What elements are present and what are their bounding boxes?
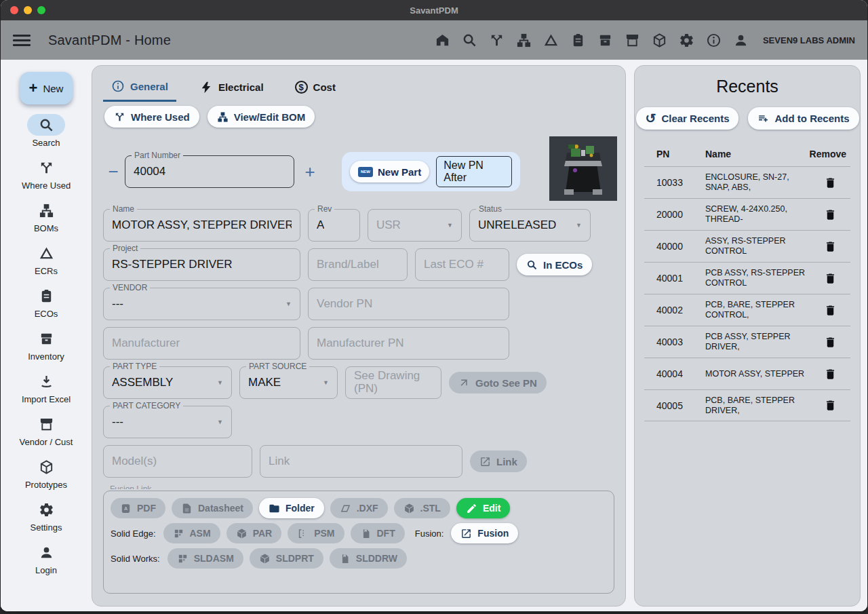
usr-select[interactable]: USR ▼ [368, 209, 462, 242]
tab-cost[interactable]: $ Cost [287, 74, 344, 102]
trash-icon[interactable] [824, 336, 846, 349]
sidebar-item-boms[interactable]: BOMs [27, 199, 65, 233]
part-number-field[interactable]: Part Number 40004 [125, 155, 294, 188]
brand-label-field[interactable]: Brand/Label [308, 248, 408, 281]
eco-clipboard-icon[interactable] [570, 33, 586, 48]
add-to-recents-button[interactable]: Add to Recents [748, 107, 859, 130]
in-ecos-button[interactable]: In ECOs [517, 254, 592, 275]
sidebar-item-where-used[interactable]: Where Used [22, 157, 71, 191]
goto-see-pn-button[interactable]: Goto See PN [449, 372, 547, 394]
trash-icon[interactable] [824, 368, 846, 381]
folder-button[interactable]: Folder [259, 498, 324, 518]
new-part-button[interactable]: NEW New Part [350, 161, 429, 183]
bom-tree-icon[interactable] [516, 33, 532, 48]
decrement-pn-button[interactable]: − [103, 161, 123, 183]
part-thumbnail[interactable] [549, 136, 617, 201]
psm-button[interactable]: PSM [288, 523, 344, 543]
trash-icon[interactable] [824, 208, 846, 221]
part-category-select[interactable]: PART CATEGORY --- ▼ [103, 406, 232, 438]
sidebar-item-login[interactable]: Login [27, 541, 65, 575]
manufacturer-pn-field[interactable]: Manufacturer PN [308, 327, 509, 360]
new-button[interactable]: + New [20, 72, 73, 104]
status-select[interactable]: Status UNRELEASED ▼ [469, 209, 591, 242]
home-icon[interactable] [435, 33, 450, 48]
user-icon[interactable] [733, 33, 749, 48]
dft-button[interactable]: DFT [351, 523, 405, 543]
par-button[interactable]: PAR [226, 523, 282, 543]
recents-row[interactable]: 20000 SCREW, 4-24X0.250, THREAD- [644, 198, 850, 230]
prototype-cube-icon[interactable] [652, 33, 667, 48]
edit-button[interactable]: Edit [456, 498, 510, 518]
part-source-select[interactable]: PART SOURCE MAKE ▼ [239, 366, 338, 399]
trash-icon[interactable] [824, 272, 846, 285]
where-used-button[interactable]: Where Used [104, 106, 199, 128]
external-link-icon [479, 456, 491, 467]
vendor-storefront-icon[interactable] [625, 33, 640, 48]
search-icon[interactable] [462, 33, 477, 48]
dxf-plane-icon [340, 503, 351, 514]
trash-icon[interactable] [824, 399, 846, 412]
new-pn-after-button[interactable]: New PN After [436, 156, 512, 187]
open-link-button[interactable]: Link [470, 450, 527, 472]
pencil-icon [466, 503, 477, 514]
pdf-button[interactable]: A PDF [111, 498, 165, 518]
inventory-icon[interactable] [597, 33, 613, 48]
view-edit-bom-button[interactable]: View/Edit BOM [208, 106, 315, 128]
where-used-icon [114, 111, 125, 123]
last-eco-field[interactable]: Last ECO # [415, 248, 509, 281]
info-icon[interactable] [706, 33, 722, 48]
cube-icon [259, 553, 271, 564]
clear-recents-button[interactable]: ↺ Clear Recents [636, 107, 739, 130]
sidebar-item-prototypes[interactable]: Prototypes [25, 456, 67, 490]
trash-icon[interactable] [824, 240, 846, 253]
recents-table: PN Name Remove 10033 ENCLOSURE, SN-27, S… [644, 149, 850, 421]
fusion-button[interactable]: Fusion [451, 523, 518, 543]
sidebar-item-ecos[interactable]: ECOs [27, 285, 65, 319]
trash-icon[interactable] [824, 304, 846, 317]
sidebar-item-vendor-cust[interactable]: Vendor / Cust [20, 413, 73, 447]
settings-gear-icon[interactable] [679, 33, 694, 48]
asm-button[interactable]: ASM [163, 523, 220, 543]
recents-row[interactable]: 40005 PCB, BARE, STEPPER DRIVER, [644, 389, 850, 421]
sidebar-item-import-excel[interactable]: Import Excel [22, 370, 71, 404]
increment-pn-button[interactable]: + [300, 161, 320, 183]
part-type-select[interactable]: PART TYPE ASSEMBLY ▼ [103, 366, 232, 399]
stl-button[interactable]: .STL [394, 498, 450, 518]
app-toolbar: SavantPDM - Home [1, 20, 867, 60]
trash-icon[interactable] [824, 176, 846, 189]
recents-row[interactable]: 40004 MOTOR ASSY, STEPPER [644, 358, 850, 389]
tab-electrical[interactable]: Electrical [191, 74, 272, 102]
manufacturer-field[interactable]: Manufacturer [103, 327, 300, 360]
document-icon [181, 503, 193, 514]
info-icon [111, 79, 125, 93]
vendor-pn-field[interactable]: Vendor PN [308, 288, 509, 320]
see-drawing-field[interactable]: See Drawing (PN) [345, 366, 441, 399]
link-field[interactable]: Link [260, 445, 462, 478]
vendor-select[interactable]: VENDOR --- ▼ [103, 288, 300, 320]
dollar-icon: $ [295, 81, 308, 94]
dxf-button[interactable]: .DXF [330, 498, 388, 518]
recents-row[interactable]: 40003 PCB ASSY, STEPPER DRIVER, [644, 326, 850, 358]
sidebar-item-settings[interactable]: Settings [27, 499, 65, 533]
tab-general[interactable]: General [103, 74, 176, 102]
logged-in-user: SEVEN9 LABS ADMIN [763, 35, 855, 45]
recents-row[interactable]: 40000 ASSY, RS-STEPPER CONTROL [644, 230, 850, 262]
sldasm-button[interactable]: SLDASM [167, 548, 243, 569]
new-part-group: NEW New Part New PN After [342, 152, 520, 191]
sidebar-item-inventory[interactable]: Inventory [27, 328, 65, 362]
name-field[interactable]: Name MOTOR ASSY, STEPPER DRIVER, N [103, 209, 300, 242]
sidebar-item-ecrs[interactable]: ECRs [27, 242, 65, 276]
where-used-icon[interactable] [489, 33, 505, 48]
ecr-triangle-icon[interactable] [543, 33, 559, 48]
slddrw-button[interactable]: SLDDRW [330, 548, 407, 569]
sldprt-button[interactable]: SLDPRT [250, 548, 323, 569]
recents-row[interactable]: 10033 ENCLOSURE, SN-27, SNAP, ABS, [644, 166, 850, 198]
menu-icon[interactable] [13, 35, 31, 46]
sidebar-item-search[interactable]: Search [27, 114, 65, 148]
rev-field[interactable]: Rev A [308, 209, 360, 242]
datasheet-button[interactable]: Datasheet [172, 498, 253, 518]
recents-row[interactable]: 40001 PCB ASSY, RS-STEPPER CONTROL [644, 262, 850, 294]
project-field[interactable]: Project RS-STEPPER DRIVER [103, 248, 300, 281]
models-field[interactable]: Model(s) [103, 445, 252, 478]
recents-row[interactable]: 40002 PCB, BARE, STEPPER CONTROL, [644, 294, 850, 326]
